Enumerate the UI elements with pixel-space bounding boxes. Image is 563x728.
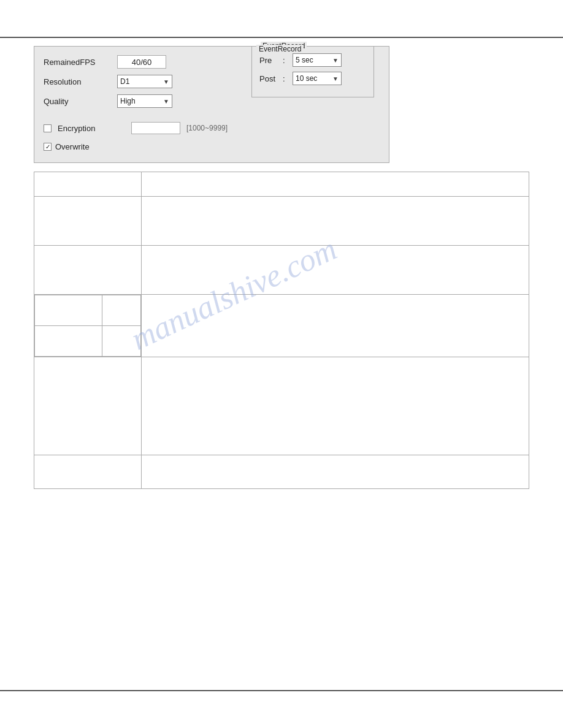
- table-cell: [34, 197, 142, 246]
- event-pre-row: Pre : 5 sec ▼: [259, 53, 366, 67]
- top-divider: [0, 37, 563, 38]
- event-record-panel: EventRecord Pre : 5 sec ▼ Post : 10 sec …: [251, 46, 374, 97]
- quality-arrow-icon: ▼: [163, 98, 169, 105]
- table-cell: [141, 295, 529, 357]
- table-sub-cell: [35, 326, 102, 357]
- table-cell: [141, 357, 529, 455]
- table-row: [34, 197, 529, 246]
- event-pre-value: 5 sec: [296, 56, 313, 64]
- table-cell: [34, 295, 142, 357]
- quality-dropdown[interactable]: High ▼: [117, 94, 172, 108]
- event-post-label: Post: [259, 74, 278, 83]
- event-post-row: Post : 10 sec ▼: [259, 71, 366, 86]
- overwrite-checkbox[interactable]: ✓: [44, 143, 52, 151]
- table-row: [34, 246, 529, 295]
- remained-fps-value: 40/60: [117, 55, 166, 69]
- encryption-label: Encryption: [58, 124, 125, 133]
- event-pre-arrow-icon: ▼: [332, 57, 339, 64]
- event-pre-label: Pre: [259, 56, 278, 65]
- bottom-divider: [0, 690, 563, 691]
- encryption-hint: [1000~9999]: [186, 124, 228, 132]
- table-cell: [141, 197, 529, 246]
- event-post-dropdown[interactable]: 10 sec ▼: [293, 72, 342, 85]
- resolution-dropdown[interactable]: D1 ▼: [117, 75, 172, 88]
- quality-value: High: [120, 97, 136, 105]
- encryption-input[interactable]: [131, 122, 180, 134]
- event-post-value: 10 sec: [296, 74, 317, 83]
- quality-label: Quality: [44, 97, 111, 106]
- table-cell: [34, 357, 142, 455]
- resolution-value: D1: [120, 77, 129, 86]
- overwrite-label: Overwrite: [55, 142, 90, 151]
- remained-fps-label: RemainedFPS: [44, 58, 111, 67]
- table-cell: [141, 172, 529, 197]
- main-table: [34, 172, 529, 489]
- event-post-arrow-icon: ▼: [332, 75, 339, 82]
- encryption-row: Encryption [1000~9999]: [44, 120, 380, 136]
- table-cell: [141, 455, 529, 489]
- resolution-arrow-icon: ▼: [163, 78, 169, 85]
- overwrite-row: ✓ Overwrite: [44, 140, 380, 153]
- encryption-checkbox[interactable]: [44, 124, 52, 132]
- event-record-border-title: EventRecord: [256, 45, 304, 53]
- table-sub-cell: [35, 295, 102, 326]
- table-row: [34, 455, 529, 489]
- table-row: [34, 295, 529, 357]
- table-cell: [34, 246, 142, 295]
- table-sub-cell: [102, 326, 141, 357]
- table-sub-cell: [102, 295, 141, 326]
- table-row: [34, 172, 529, 197]
- event-pre-dropdown[interactable]: 5 sec ▼: [293, 53, 342, 67]
- table-cell: [34, 455, 142, 489]
- table-cell: [141, 246, 529, 295]
- resolution-label: Resolution: [44, 77, 111, 86]
- table-row: [34, 357, 529, 455]
- table-cell: [34, 172, 142, 197]
